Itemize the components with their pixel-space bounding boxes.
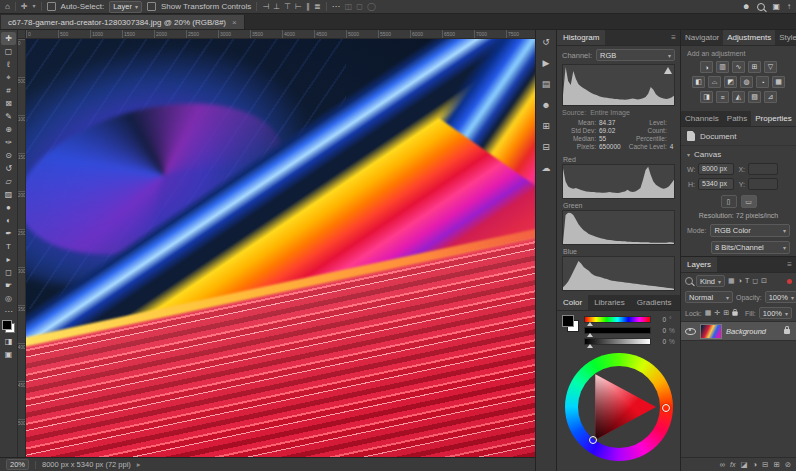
document-tab[interactable]: c67-78-gamer-and-creator-1280307384.jpg … [1,15,245,29]
lock-icon-1[interactable]: ✛ [714,309,720,317]
sv-selector-dot[interactable] [589,436,597,444]
crop-tool[interactable]: # [1,84,16,97]
bit-depth-dropdown[interactable]: 8 Bits/Channel ▾ [711,241,790,254]
slider-marker[interactable] [587,344,593,348]
tab-styles[interactable]: Styles [775,30,796,45]
filter-toggle-icon[interactable] [787,279,792,284]
frame-tool[interactable]: ⊠ [1,97,16,110]
adjustment-icon-1-5[interactable]: ▦ [772,76,785,88]
tab-channels[interactable]: Channels [681,111,723,126]
delete-layer-icon[interactable]: ⊘ [785,460,791,469]
link-layers-icon[interactable]: ∞ [720,460,725,469]
color-wheel[interactable] [565,353,673,461]
tab-color[interactable]: Color [557,295,588,310]
tab-layers[interactable]: Layers [681,257,717,272]
panel-menu-icon[interactable]: ≡ [783,257,796,272]
tab-adjustments[interactable]: Adjustments [723,30,775,45]
healing-brush-tool[interactable]: ⊕ [1,123,16,136]
actions-panel-icon[interactable]: ▶ [539,57,553,69]
status-chevron-icon[interactable]: ▸ [137,460,141,469]
adjustment-icon-0-2[interactable]: ∿ [732,61,745,73]
object-selection-tool[interactable]: ⌖ [1,71,16,84]
align-icon-0[interactable]: ⊣ [262,2,269,11]
adjustment-icon-0-1[interactable]: ▥ [716,61,729,73]
eraser-tool[interactable]: ▱ [1,175,16,188]
hue-selector-dot[interactable] [662,404,670,412]
adjustment-icon-0-4[interactable]: ▽ [764,61,777,73]
adjustment-icon-1-4[interactable]: ◔ [756,76,769,88]
color-mode-dropdown[interactable]: RGB Color ▾ [710,224,790,237]
color-swatches[interactable] [562,315,579,332]
auto-select-dropdown[interactable]: Layer ▾ [109,1,142,13]
auto-select-checkbox[interactable] [47,2,56,11]
layer-filter-kind-dropdown[interactable]: Kind ▾ [696,275,725,287]
tab-gradients[interactable]: Gradients [631,295,678,310]
edit-toolbar-button[interactable]: ⋯ [1,305,16,318]
tab-navigator[interactable]: Navigator [681,30,723,45]
layer-row-background[interactable]: Background [681,321,796,341]
new-layer-icon[interactable]: ⊞ [773,460,779,469]
foreground-color-swatch[interactable] [562,315,574,327]
brightness-slider-value[interactable]: 0 [654,338,666,345]
tab-histogram[interactable]: Histogram [557,30,605,45]
workspace-switcher-icon[interactable]: ▣ [772,0,780,13]
show-transform-checkbox[interactable] [147,2,156,11]
adjustment-icon-0-3[interactable]: ⊞ [748,61,761,73]
slider-marker[interactable] [587,322,593,326]
lasso-tool[interactable]: ℓ [1,58,16,71]
tab-paths[interactable]: Paths [723,111,751,126]
source-value[interactable]: Entire Image [590,109,630,116]
align-icon-3[interactable]: ⊢ [295,2,302,11]
shape-tool[interactable]: ◻ [1,266,16,279]
more-options-icon[interactable]: ⋯ [332,0,340,13]
adjustment-icon-2-2[interactable]: ◭ [732,91,745,103]
adjustment-icon-1-3[interactable]: ◍ [740,76,753,88]
dodge-tool[interactable]: ◐ [1,214,16,227]
hue-slider-value[interactable]: 0 [654,316,666,323]
marquee-tool[interactable]: ▢ [1,45,16,58]
layer-filter-icon-3[interactable]: ◻ [752,277,758,285]
layer-effects-icon[interactable]: fx [730,461,735,468]
lock-icon[interactable] [784,329,790,334]
path-selection-tool[interactable]: ▸ [1,253,16,266]
pen-tool[interactable]: ✒ [1,227,16,240]
tool-preset-caret-icon[interactable]: ▾ [33,0,36,13]
libraries-panel-icon[interactable]: ⊟ [539,141,553,153]
screen-mode-button[interactable]: ▣ [1,348,16,361]
align-icon-1[interactable]: ⊥ [273,2,280,11]
document-canvas[interactable] [26,39,535,457]
quick-mask-button[interactable]: ◨ [1,335,16,348]
tab-properties[interactable]: Properties [751,111,795,126]
new-group-icon[interactable]: ⊟ [762,460,768,469]
home-icon[interactable]: ⌂ [5,0,10,13]
portrait-orientation-button[interactable]: ▯ [721,195,737,208]
width-field[interactable]: 8000 px [698,163,734,175]
adjustment-icon-2-4[interactable]: ⊿ [764,91,777,103]
align-icon-5[interactable]: ≣ [314,2,321,11]
chevron-down-icon[interactable]: ▾ [687,151,690,158]
lock-all-icon[interactable] [732,311,737,316]
adjustment-icon-1-1[interactable]: ⌓ [708,76,721,88]
blur-tool[interactable]: ● [1,201,16,214]
adjustment-layer-icon[interactable]: ◑ [753,460,758,469]
tool-color-swatches[interactable] [2,320,15,333]
adjustment-icon-2-3[interactable]: ▧ [748,91,761,103]
layer-mask-icon[interactable]: ◪ [740,460,747,469]
brightness-slider[interactable] [584,338,651,345]
lock-icon-2[interactable]: ⊞ [723,309,729,317]
zoom-tool[interactable]: ◎ [1,292,16,305]
horizontal-ruler[interactable]: 0500100015002000250030003500400045005000… [18,30,535,39]
export-panel-icon[interactable]: ⊞ [539,120,553,132]
adjustment-icon-1-2[interactable]: ◩ [724,76,737,88]
move-tool[interactable]: ✛ [1,32,16,45]
sync-status-icon[interactable]: ☁ [539,162,553,174]
align-icon-4[interactable]: ∥ [306,2,310,11]
hand-tool[interactable]: ☛ [1,279,16,292]
vertical-ruler[interactable]: 0500100015002000250030003500400045005000 [18,39,26,457]
landscape-orientation-button[interactable]: ▭ [741,195,757,208]
cached-data-warning-icon[interactable] [664,67,672,74]
align-icon-2[interactable]: ⊤ [284,2,291,11]
saturation-slider-value[interactable]: 0 [654,327,666,334]
clone-stamp-tool[interactable]: ⊙ [1,149,16,162]
comments-panel-icon[interactable]: ☻ [539,99,553,111]
